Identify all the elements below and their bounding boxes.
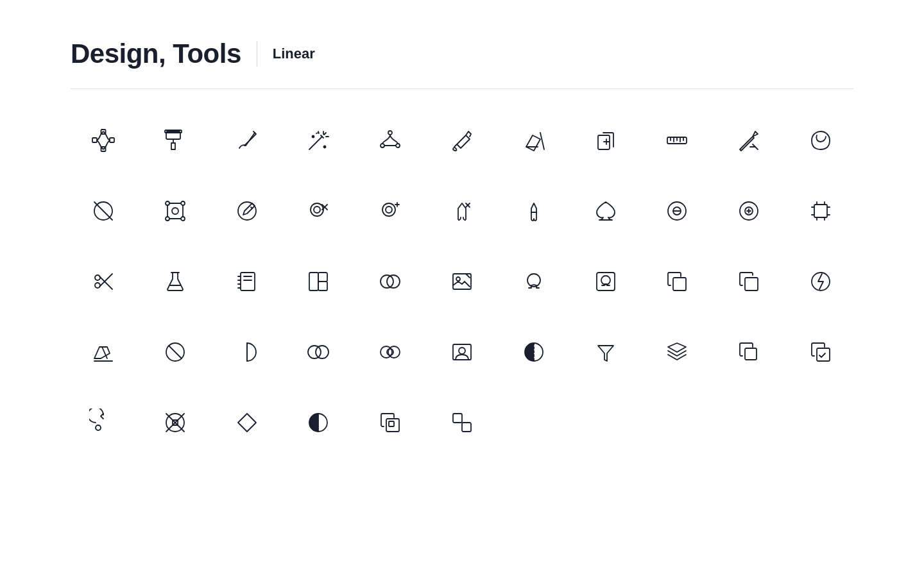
svg-rect-105 (386, 419, 399, 432)
svg-point-25 (172, 208, 178, 214)
blend-icon[interactable] (299, 333, 338, 371)
page-header: Design, Tools Linear (0, 0, 924, 88)
notebook-icon[interactable] (228, 262, 266, 301)
header-divider (257, 41, 257, 67)
svg-rect-49 (814, 205, 827, 217)
rotate-icon[interactable] (84, 403, 123, 442)
svg-rect-81 (745, 278, 758, 290)
svg-point-98 (96, 425, 101, 430)
intersect-circle-icon[interactable] (371, 262, 409, 301)
page-title: Design, Tools (71, 38, 241, 69)
svg-rect-70 (309, 273, 318, 290)
svg-point-76 (456, 277, 460, 281)
contrast-icon[interactable] (515, 333, 553, 371)
eraser-fill-icon[interactable] (515, 121, 553, 160)
blend-2-icon[interactable] (371, 333, 409, 371)
ungroup-icon[interactable] (443, 403, 481, 442)
magic-wand-icon[interactable] (299, 121, 338, 160)
svg-rect-80 (673, 278, 686, 290)
ruler-icon[interactable] (658, 121, 696, 160)
bandaid-icon[interactable] (156, 403, 194, 442)
copy-icon[interactable] (658, 262, 696, 301)
icons-grid (0, 89, 924, 474)
copy-3-icon[interactable] (371, 403, 409, 442)
fill-bucket-icon[interactable] (443, 121, 481, 160)
page-subtitle: Linear (273, 46, 315, 62)
svg-point-36 (382, 203, 395, 216)
svg-rect-1 (110, 138, 114, 142)
scissors-icon[interactable] (84, 262, 123, 301)
half-fill-circle-icon[interactable] (299, 403, 338, 442)
svg-line-86 (169, 346, 182, 358)
svg-rect-63 (241, 273, 255, 290)
photo-edit-icon[interactable] (443, 262, 481, 301)
tools-cross-icon[interactable] (730, 121, 768, 160)
svg-line-11 (540, 133, 544, 149)
copy-check-icon[interactable] (801, 333, 840, 371)
node-editor-icon[interactable] (371, 121, 409, 160)
svg-line-61 (99, 274, 112, 287)
svg-rect-71 (318, 273, 327, 282)
svg-rect-72 (318, 282, 327, 290)
svg-point-91 (388, 346, 400, 358)
svg-point-94 (459, 348, 465, 354)
svg-rect-0 (92, 138, 97, 142)
svg-point-88 (308, 346, 321, 358)
flask-icon[interactable] (156, 262, 194, 301)
bezier-tool-icon[interactable] (84, 121, 123, 160)
edit-circle-icon[interactable] (228, 192, 266, 230)
brush-icon[interactable] (228, 121, 266, 160)
svg-rect-108 (462, 423, 471, 432)
ban-icon[interactable] (156, 333, 194, 371)
svg-point-7 (312, 136, 314, 138)
paint-roller-icon[interactable] (156, 121, 194, 160)
spade-icon[interactable] (586, 192, 625, 230)
svg-point-35 (314, 206, 320, 213)
duplicate-icon[interactable] (730, 333, 768, 371)
stamp-circle-minus-icon[interactable] (658, 192, 696, 230)
stamp-remove-icon[interactable] (299, 192, 338, 230)
omega-icon[interactable] (515, 262, 553, 301)
svg-rect-106 (389, 421, 394, 426)
diamond-icon[interactable] (228, 403, 266, 442)
eraser-icon[interactable] (84, 333, 123, 371)
stamp-add-icon[interactable] (371, 192, 409, 230)
palette-swatch-icon[interactable] (299, 262, 338, 301)
help-circle-icon[interactable] (84, 192, 123, 230)
layers-icon[interactable] (658, 333, 696, 371)
blob-shape-icon[interactable] (801, 121, 840, 160)
svg-point-89 (316, 346, 329, 358)
half-circle-icon[interactable] (228, 333, 266, 371)
copy-add-icon[interactable] (586, 121, 625, 160)
stamp-circle-plus-icon[interactable] (730, 192, 768, 230)
frame-tool-icon[interactable] (801, 192, 840, 230)
svg-rect-12 (598, 135, 610, 149)
svg-rect-96 (745, 348, 757, 360)
copy-2-icon[interactable] (730, 262, 768, 301)
omega-square-icon[interactable] (586, 262, 625, 301)
svg-line-60 (99, 276, 112, 289)
photo-id-icon[interactable] (443, 333, 481, 371)
svg-point-6 (324, 146, 326, 148)
transform-icon[interactable] (156, 192, 194, 230)
dropper-icon[interactable] (515, 192, 553, 230)
svg-line-31 (251, 207, 252, 208)
flash-circle-icon[interactable] (801, 262, 840, 301)
svg-point-32 (311, 203, 323, 216)
svg-point-37 (386, 206, 392, 213)
dropper-remove-icon[interactable] (443, 192, 481, 230)
svg-rect-107 (453, 414, 462, 423)
filter-icon[interactable] (586, 333, 625, 371)
